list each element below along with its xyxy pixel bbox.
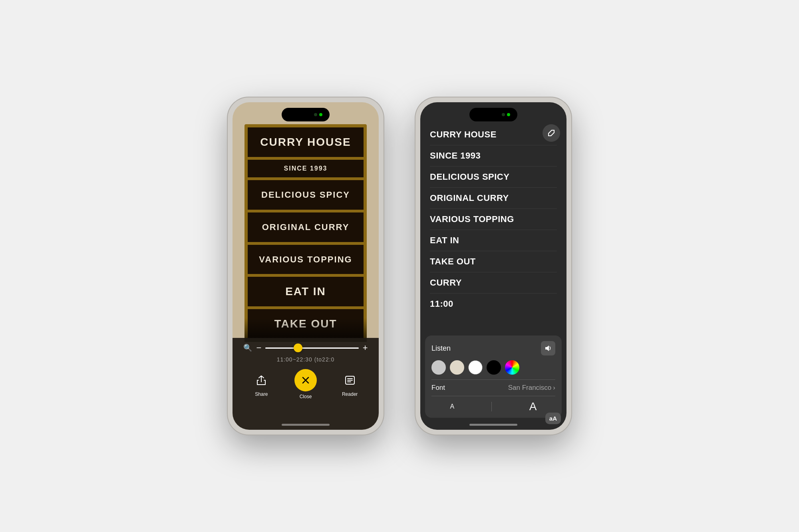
dynamic-island-2 [469, 108, 517, 121]
di-dot-green-1 [319, 113, 322, 116]
list-item[interactable]: CURRY HOUSE [430, 124, 557, 145]
list-item-label: TAKE OUT [430, 256, 476, 266]
sign-text-eat-in: EAT IN [285, 285, 326, 298]
listen-panel: Listen Font San Francisc [425, 335, 562, 418]
color-swatch-gray1[interactable] [431, 360, 446, 375]
list-item-label: CURRY [430, 278, 462, 288]
bottom-controls: 🔍 − + 11:00~22:30 (to22:0 Share [233, 338, 379, 430]
list-item-label: ORIGINAL CURRY [430, 193, 509, 203]
sign-text-curry-house: CURRY HOUSE [260, 136, 351, 149]
font-size-row: A A [431, 400, 555, 413]
divider-1 [431, 379, 555, 380]
sign-row-take-out: TAKE OUT [247, 308, 364, 339]
reader-label: Reader [342, 391, 358, 397]
font-row[interactable]: Font San Francisco › [431, 384, 555, 392]
color-swatch-white[interactable] [468, 360, 483, 375]
close-button[interactable]: Close [294, 369, 317, 399]
share-button[interactable]: Share [252, 371, 270, 397]
sign-text-take-out: TAKE OUT [274, 318, 337, 330]
sign-row-various: VARIOUS TOPPING [247, 244, 364, 275]
list-item-label: CURRY HOUSE [430, 129, 497, 139]
share-icon [252, 371, 270, 389]
list-item-label: SINCE 1993 [430, 151, 481, 161]
reader-icon [341, 371, 359, 389]
listen-speaker-icon[interactable] [541, 341, 555, 355]
list-item[interactable]: VARIOUS TOPPING [430, 209, 557, 230]
sign-container: CURRY HOUSE SINCE 1993 DELICIOUS SPICY O… [244, 124, 367, 342]
list-item[interactable]: DELICIOUS SPICY [430, 167, 557, 188]
aa-button[interactable]: aA [545, 413, 561, 424]
di-dot-2 [502, 113, 505, 116]
home-indicator-2 [469, 424, 517, 426]
bottom-buttons-row: Share Close [233, 369, 379, 399]
sign-text-since: SINCE 1993 [284, 165, 328, 172]
phone-1: CURRY HOUSE SINCE 1993 DELICIOUS SPICY O… [228, 97, 384, 435]
color-swatch-rainbow[interactable] [505, 360, 519, 375]
sign-text-various: VARIOUS TOPPING [259, 254, 352, 265]
sign-row-delicious: DELICIOUS SPICY [247, 179, 364, 210]
di-dot-green-2 [507, 113, 510, 116]
sign-text-delicious: DELICIOUS SPICY [261, 190, 350, 200]
home-indicator-1 [282, 424, 330, 426]
reader-button[interactable]: Reader [341, 371, 359, 397]
listen-label: Listen [431, 344, 451, 353]
listen-row: Listen [431, 341, 555, 355]
sign-row-curry-house: CURRY HOUSE [247, 127, 364, 158]
font-name: San Francisco [508, 384, 552, 392]
zoom-icon: 🔍 [243, 343, 252, 352]
share-label: Share [255, 391, 268, 397]
list-item[interactable]: ORIGINAL CURRY [430, 188, 557, 209]
list-item-label: EAT IN [430, 235, 459, 245]
text-list: CURRY HOUSE SINCE 1993 DELICIOUS SPICY O… [420, 124, 566, 314]
sign-row-since: SINCE 1993 [247, 159, 364, 178]
list-item[interactable]: TAKE OUT [430, 251, 557, 272]
zoom-thumb[interactable] [294, 343, 302, 352]
list-item[interactable]: 11:00 [430, 294, 557, 314]
font-size-decrease[interactable]: A [450, 403, 455, 410]
dynamic-island-1 [282, 108, 330, 121]
phone-2: CURRY HOUSE SINCE 1993 DELICIOUS SPICY O… [415, 97, 571, 435]
sign-row-eat-in: EAT IN [247, 276, 364, 307]
zoom-plus[interactable]: + [363, 343, 368, 353]
list-item-label: 11:00 [430, 299, 453, 309]
zoom-bar-row: 🔍 − + [243, 343, 368, 353]
list-item-label: VARIOUS TOPPING [430, 214, 514, 224]
sign-row-original: ORIGINAL CURRY [247, 212, 364, 243]
di-dot-1 [314, 113, 317, 116]
close-label: Close [300, 394, 312, 399]
sign-text-original: ORIGINAL CURRY [262, 222, 350, 232]
phone-1-screen: CURRY HOUSE SINCE 1993 DELICIOUS SPICY O… [233, 102, 379, 430]
color-picker-row [431, 360, 555, 375]
font-label: Font [431, 384, 445, 392]
color-swatch-gray2[interactable] [450, 360, 464, 375]
list-item[interactable]: SINCE 1993 [430, 145, 557, 167]
divider-2 [431, 396, 555, 396]
zoom-track[interactable] [265, 347, 358, 349]
detected-text-preview: 11:00~22:30 (to22:0 [277, 356, 335, 363]
svg-marker-12 [545, 345, 549, 351]
phone-2-screen: CURRY HOUSE SINCE 1993 DELICIOUS SPICY O… [420, 102, 566, 430]
list-item[interactable]: CURRY [430, 272, 557, 294]
font-value: San Francisco › [508, 384, 555, 392]
zoom-minus[interactable]: − [256, 343, 261, 353]
font-size-increase[interactable]: A [529, 400, 537, 413]
font-chevron-icon: › [553, 384, 555, 392]
list-item-label: DELICIOUS SPICY [430, 172, 509, 182]
list-item[interactable]: EAT IN [430, 230, 557, 251]
size-divider [491, 402, 492, 411]
close-icon [294, 369, 317, 391]
color-swatch-black[interactable] [487, 360, 501, 375]
